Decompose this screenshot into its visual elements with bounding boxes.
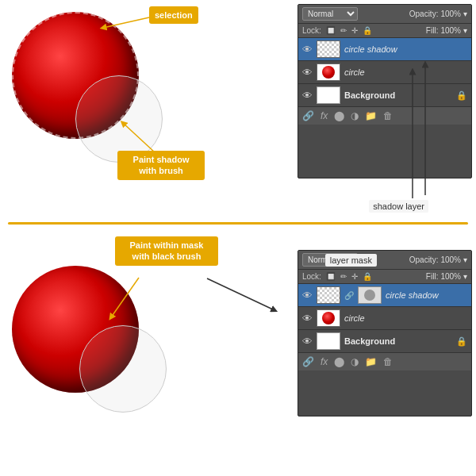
opacity-control: Opacity: 100% ▾ [409, 10, 467, 18]
top-shadow-circle [75, 75, 163, 163]
eye-icon-shadow[interactable]: 👁 [302, 44, 313, 56]
layer-name-circle-b: circle [344, 313, 365, 323]
opacity-value-bottom[interactable]: 100% [440, 255, 461, 264]
layer-background-bottom[interactable]: 👁 Background 🔒 [298, 330, 471, 353]
layer-thumb-bg-b [317, 332, 340, 350]
footer-link-icon-b[interactable]: 🔗 [302, 356, 314, 367]
blend-mode-select[interactable]: Normal [302, 7, 358, 21]
fill-control-bottom: Fill: 100% ▾ [426, 272, 467, 281]
opacity-value[interactable]: 100% [440, 10, 461, 18]
ps-panel-bottom: Normal Opacity: 100% ▾ Lock: 🔲 ✏ ✛ 🔒 Fil… [298, 250, 472, 416]
layer-name-circle: circle [344, 67, 365, 77]
footer-adjust-icon-b[interactable]: ◑ [351, 356, 359, 367]
footer-folder-icon[interactable]: 📁 [365, 110, 377, 121]
layer-name-shadow-b: circle shadow [386, 290, 439, 300]
fill-label-bottom: Fill: [426, 272, 439, 281]
lock-icon-b1[interactable]: 🔲 [326, 272, 336, 281]
footer-trash-icon-b[interactable]: 🗑 [383, 356, 393, 367]
circle-red-thumb-b [322, 312, 335, 324]
layer-circle-shadow-bottom[interactable]: 👁 🔗 circle shadow [298, 284, 471, 307]
ps-panel-bottom-header: Normal Opacity: 100% ▾ [298, 251, 471, 270]
fill-arrow[interactable]: ▾ [463, 26, 467, 35]
layer-mask-label: layer mask [325, 254, 377, 267]
footer-folder-icon-b[interactable]: 📁 [365, 356, 377, 367]
lock-icon-b4[interactable]: 🔒 [363, 272, 372, 281]
eye-icon-bg[interactable]: 👁 [302, 90, 313, 102]
ps-footer-bottom: 🔗 fx ⬤ ◑ 📁 🗑 [298, 353, 471, 370]
opacity-label: Opacity: [409, 10, 439, 18]
callout-paint-mask: Paint within mask with black brush [115, 236, 218, 266]
fill-value[interactable]: 100% [440, 26, 461, 35]
opacity-arrow-bottom[interactable]: ▾ [463, 255, 467, 264]
layer-thumb-bg [317, 86, 340, 104]
footer-fx-icon[interactable]: fx [321, 110, 328, 121]
lock-icon-2[interactable]: ✏ [340, 26, 347, 35]
ps-lock-row-bottom: Lock: 🔲 ✏ ✛ 🔒 Fill: 100% ▾ [298, 270, 471, 284]
lock-icon-1[interactable]: 🔲 [326, 26, 336, 35]
layer-name-shadow: circle shadow [344, 44, 397, 54]
footer-fx-icon-b[interactable]: fx [321, 356, 328, 367]
callout-paint-shadow: Paint shadow with brush [117, 151, 205, 180]
lock-label-bottom: Lock: [302, 272, 321, 281]
layer-background[interactable]: 👁 Background 🔒 [298, 84, 471, 107]
shadow-layer-label: shadow layer [369, 200, 428, 213]
layer-thumb-circle-b [317, 309, 340, 327]
layer-name-bg: Background [344, 90, 395, 100]
footer-circle-icon[interactable]: ⬤ [334, 110, 344, 121]
eye-icon-circle-b[interactable]: 👁 [302, 313, 313, 324]
layer-thumb-checker [317, 40, 340, 58]
bg-lock-icon-b: 🔒 [456, 336, 467, 347]
opacity-arrow[interactable]: ▾ [463, 10, 467, 18]
eye-icon-circle[interactable]: 👁 [302, 67, 313, 79]
ps-panel-top: Normal Opacity: 100% ▾ Lock: 🔲 ✏ ✛ 🔒 Fil… [298, 4, 472, 178]
eye-icon-shadow-b[interactable]: 👁 [302, 290, 313, 301]
footer-adjust-icon[interactable]: ◑ [351, 110, 359, 121]
ps-lock-row: Lock: 🔲 ✏ ✛ 🔒 Fill: 100% ▾ [298, 24, 471, 38]
callout-selection: selection [149, 6, 198, 24]
layer-name-bg-b: Background [344, 336, 395, 346]
layer-circle-bottom[interactable]: 👁 circle [298, 307, 471, 330]
section-divider [8, 222, 468, 225]
layer-thumb-checker-b [317, 286, 340, 304]
top-section: selection Paint shadow with brush Normal… [0, 0, 476, 222]
opacity-label-bottom: Opacity: [409, 255, 439, 264]
ps-footer-top: 🔗 fx ⬤ ◑ 📁 🗑 [298, 107, 471, 125]
lock-icon-b3[interactable]: ✛ [351, 272, 358, 281]
circle-red-thumb [322, 66, 335, 79]
ps-panel-header: Normal Opacity: 100% ▾ [298, 5, 471, 24]
layer-circle-shadow[interactable]: 👁 circle shadow [298, 38, 471, 61]
opacity-control-bottom: Opacity: 100% ▾ [409, 255, 467, 264]
lock-icon-3[interactable]: ✛ [351, 26, 358, 35]
lock-icon-4[interactable]: 🔒 [363, 26, 372, 35]
chain-icon: 🔗 [344, 291, 354, 300]
footer-link-icon[interactable]: 🔗 [302, 110, 314, 121]
layer-circle[interactable]: 👁 circle [298, 61, 471, 84]
bottom-shadow-circle [79, 325, 167, 413]
fill-control: Fill: 100% ▾ [426, 26, 467, 35]
eye-icon-bg-b[interactable]: 👁 [302, 336, 313, 347]
svg-line-5 [207, 278, 274, 310]
layer-thumb-circle [317, 63, 340, 81]
mask-thumb-circle [364, 290, 375, 301]
footer-trash-icon[interactable]: 🗑 [383, 110, 393, 121]
footer-circle-icon-b[interactable]: ⬤ [334, 356, 344, 367]
fill-value-bottom[interactable]: 100% [440, 272, 461, 281]
bg-lock-icon: 🔒 [456, 90, 467, 101]
fill-arrow-bottom[interactable]: ▾ [463, 272, 467, 281]
lock-label: Lock: [302, 26, 321, 35]
fill-label: Fill: [426, 26, 439, 35]
lock-icon-b2[interactable]: ✏ [340, 272, 347, 281]
mask-thumb [358, 286, 382, 304]
bottom-section: Paint within mask with black brush Norma… [0, 230, 476, 476]
